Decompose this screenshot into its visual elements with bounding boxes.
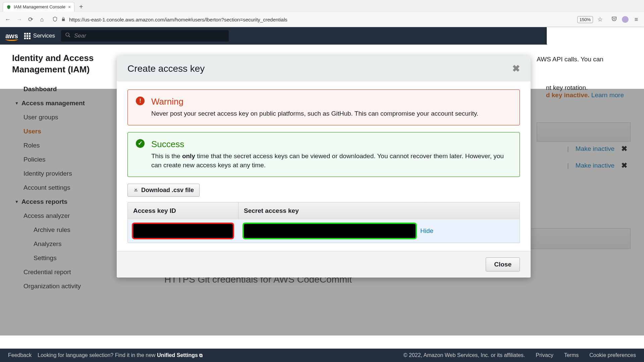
search-input[interactable]: Sear <box>61 30 229 42</box>
pocket-icon[interactable] <box>610 16 618 23</box>
browser-chrome: IAM Management Console × + ← → ⟳ ⌂ https… <box>0 0 644 27</box>
bookmark-icon[interactable]: ☆ <box>596 16 604 23</box>
tab-close-icon[interactable]: × <box>68 4 71 10</box>
warning-title: Warning <box>151 97 478 107</box>
success-text: This is the only time that the secret ac… <box>151 152 512 170</box>
privacy-link[interactable]: Privacy <box>536 352 553 358</box>
warning-text: Never post your secret access key on pub… <box>151 109 478 118</box>
footer: Feedback Looking for language selection?… <box>0 349 644 362</box>
profile-avatar[interactable] <box>622 16 629 23</box>
sidebar-title: Identity and Access Management (IAM) <box>0 53 111 82</box>
lock-icon <box>61 17 66 22</box>
cell-secret-access-key: Hide <box>240 223 518 239</box>
back-button[interactable]: ← <box>4 16 11 23</box>
close-button[interactable]: Close <box>486 257 520 272</box>
menu-icon[interactable]: ≡ <box>633 16 640 23</box>
cookie-preferences-link[interactable]: Cookie preferences <box>589 352 636 358</box>
zoom-badge[interactable]: 150% <box>577 16 593 23</box>
access-key-table: Access key ID Secret access key Hide <box>127 202 520 243</box>
svg-line-1 <box>69 36 70 37</box>
terms-link[interactable]: Terms <box>564 352 579 358</box>
home-button[interactable]: ⌂ <box>38 16 46 23</box>
hide-link[interactable]: Hide <box>420 227 433 235</box>
shield-icon <box>52 16 58 23</box>
col-access-key-id: Access key ID <box>128 202 238 219</box>
browser-tab[interactable]: IAM Management Console × <box>3 2 74 12</box>
success-alert: ✓ Success This is the only time that the… <box>127 132 520 177</box>
modal-footer: Close <box>117 251 531 278</box>
warning-icon: ! <box>136 97 145 105</box>
services-button[interactable]: Services <box>24 33 55 39</box>
warning-alert: ! Warning Never post your secret access … <box>127 89 520 125</box>
url-text: https://us-east-1.console.aws.amazon.com… <box>69 17 574 22</box>
reload-button[interactable]: ⟳ <box>27 16 34 23</box>
svg-point-0 <box>66 33 69 36</box>
search-icon <box>65 32 71 40</box>
table-row: Hide <box>128 219 520 243</box>
aws-header: aws Services Sear ▼ <box>0 27 644 45</box>
create-access-key-modal: Create access key ✖ ! Warning Never post… <box>117 56 531 278</box>
success-title: Success <box>151 139 512 149</box>
tab-favicon-icon <box>6 5 11 9</box>
footer-copyright: © 2022, Amazon Web Services, Inc. or its… <box>404 352 525 358</box>
feedback-link[interactable]: Feedback <box>8 352 32 358</box>
col-secret-access-key: Secret access key <box>238 202 520 219</box>
grid-icon <box>24 33 31 39</box>
modal-header: Create access key ✖ <box>117 56 531 81</box>
redacted-secret-key <box>243 223 417 239</box>
tab-title: IAM Management Console <box>14 4 65 9</box>
download-csv-button[interactable]: Download .csv file <box>127 184 200 197</box>
footer-lang-text: Looking for language selection? Find it … <box>38 352 203 358</box>
header-popup <box>547 27 644 46</box>
aws-logo[interactable]: aws <box>5 32 18 40</box>
download-icon <box>133 187 139 194</box>
services-label: Services <box>33 33 55 39</box>
modal-title: Create access key <box>127 63 205 74</box>
bg-api-text: AWS API calls. You can <box>537 55 624 64</box>
modal-close-icon[interactable]: ✖ <box>512 63 520 74</box>
unified-settings-link[interactable]: Unified Settings ⧉ <box>157 352 203 358</box>
download-label: Download .csv file <box>141 187 194 194</box>
success-icon: ✓ <box>136 139 145 148</box>
new-tab-button[interactable]: + <box>77 3 85 11</box>
redacted-access-key-id <box>132 223 234 239</box>
modal-body: ! Warning Never post your secret access … <box>117 81 531 251</box>
nav-bar: ← → ⟳ ⌂ https://us-east-1.console.aws.am… <box>0 12 644 27</box>
external-link-icon: ⧉ <box>199 353 203 358</box>
search-placeholder: Sear <box>74 33 86 39</box>
address-bar[interactable]: https://us-east-1.console.aws.amazon.com… <box>50 16 606 23</box>
cell-access-key-id <box>129 223 240 239</box>
table-header: Access key ID Secret access key <box>128 202 520 219</box>
forward-button[interactable]: → <box>15 16 23 23</box>
tab-bar: IAM Management Console × + <box>0 0 644 12</box>
